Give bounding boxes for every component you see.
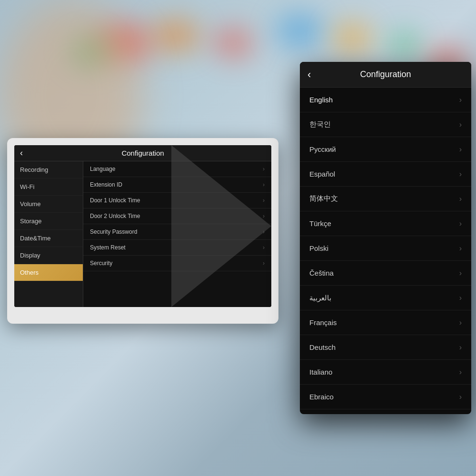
small-menu-door1-label: Door 1 Unlock Time [90,197,140,204]
small-sidebar: Recording Wi-Fi Volume Storage Date&Time… [14,161,83,307]
lang-label-english: English [309,96,333,104]
bg-blob-7 [390,33,419,57]
large-config-title: Configuration [360,69,411,79]
lang-item-italian[interactable]: Italiano › [300,360,471,385]
bg-blob-3 [152,19,200,52]
bg-blob-4 [214,29,252,57]
lang-label-polish: Polski [309,244,328,252]
small-menu-reset-label: System Reset [90,244,126,251]
lang-item-german[interactable]: Deutsch › [300,335,471,360]
sidebar-item-wifi[interactable]: Wi-Fi [14,178,83,196]
lang-item-chinese[interactable]: 简体中文 › [300,187,471,211]
small-config-title: Configuration [121,149,164,157]
lang-item-spanish[interactable]: Español › [300,162,471,187]
sidebar-item-recording[interactable]: Recording [14,161,83,178]
large-language-list: English › 한국인 › Русский › Español › 简体中文… [300,88,471,414]
triangle-overlay [171,145,271,307]
lang-item-hebrew[interactable]: Ebraico › [300,385,471,409]
sidebar-item-volume[interactable]: Volume [14,196,83,213]
chevron-icon: › [459,269,462,278]
lang-item-polish[interactable]: Polski › [300,236,471,261]
sidebar-item-storage[interactable]: Storage [14,213,83,230]
lang-label-spanish: Español [309,170,335,178]
small-back-button[interactable]: ‹ [20,148,23,158]
chevron-icon: › [459,343,462,352]
chevron-icon: › [459,145,462,154]
lang-item-russian[interactable]: Русский › [300,137,471,162]
chevron-icon: › [459,318,462,327]
chevron-icon: › [459,294,462,302]
lang-item-arabic[interactable]: بالعربية › [300,286,471,310]
sidebar-item-display[interactable]: Display [14,247,83,264]
lang-item-turkish[interactable]: Türkçe › [300,211,471,236]
large-config-panel: ‹ Configuration English › 한국인 › Русский … [300,62,471,414]
lang-item-english[interactable]: English › [300,88,471,112]
chevron-icon: › [459,393,462,401]
lang-item-french[interactable]: Français › [300,310,471,335]
lang-label-czech: Čeština [309,269,334,277]
chevron-icon: › [459,96,462,104]
small-menu-extension-label: Extension ID [90,181,122,188]
small-menu-sercurity-label: Sercurity [90,260,112,267]
chevron-icon: › [459,195,462,203]
chevron-icon: › [459,219,462,228]
lang-label-chinese: 简体中文 [309,194,338,203]
lang-label-korean: 한국인 [309,120,331,129]
bg-blob-5 [276,14,324,48]
lang-item-portuguese[interactable]: Português › [300,409,471,414]
lang-label-french: Français [309,318,337,327]
large-back-button[interactable]: ‹ [307,69,311,81]
lang-label-arabic: بالعربية [309,294,331,302]
lang-label-hebrew: Ebraico [309,393,334,401]
chevron-icon: › [459,170,462,178]
sidebar-item-others[interactable]: Others [14,264,83,281]
small-menu-door2-label: Door 2 Unlock Time [90,213,140,219]
bg-blob-6 [333,24,371,52]
lang-item-czech[interactable]: Čeština › [300,261,471,286]
lang-label-turkish: Türkçe [309,219,331,228]
chevron-icon: › [459,244,462,253]
sidebar-item-datetime[interactable]: Date&Time [14,230,83,247]
lang-item-korean[interactable]: 한국인 › [300,112,471,137]
chevron-icon: › [459,368,462,377]
large-config-header: ‹ Configuration [300,62,471,88]
lang-label-italian: Italiano [309,368,332,376]
lang-label-russian: Русский [309,145,336,153]
small-menu-security-label: Security Password [90,228,137,235]
chevron-icon: › [459,120,462,129]
small-menu-language-label: Language [90,166,115,172]
lang-label-german: Deutsch [309,343,336,351]
